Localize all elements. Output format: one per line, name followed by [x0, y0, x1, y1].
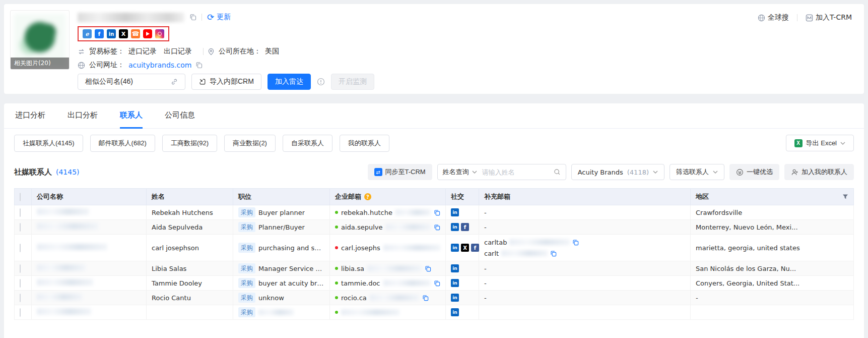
name-search-input[interactable] — [482, 168, 552, 176]
filter-funnel-icon[interactable] — [842, 194, 848, 200]
contact-name: Rebekah Hutchens — [152, 209, 213, 216]
company-name-cell — [32, 205, 147, 220]
table-body: Rebekah Hutchens采购Buyer plannerrebekah.h… — [15, 205, 854, 320]
company-name-redacted — [37, 279, 93, 286]
facebook-icon[interactable]: f — [95, 29, 104, 38]
join-tcrm-link[interactable]: 加入T-CRM — [806, 13, 852, 22]
tab-3[interactable]: 公司信息 — [165, 103, 195, 129]
row-checkbox[interactable] — [20, 244, 21, 252]
enable-monitor-label: 开启监测 — [339, 77, 367, 86]
company-name-redacted — [37, 223, 98, 230]
enable-monitor-button[interactable]: 开启监测 — [331, 74, 374, 90]
social-cell: in — [446, 261, 479, 276]
row-checkbox-cell — [15, 261, 32, 276]
company-logo[interactable]: 相关图片(20) — [10, 10, 70, 70]
position-text: purchasing and sourcing ... — [258, 244, 324, 252]
linkedin-icon[interactable]: in — [451, 244, 459, 252]
copy-email-icon[interactable] — [434, 209, 440, 216]
company-filter-select[interactable]: Acuity Brands (4118) — [571, 164, 664, 180]
sync-tcrm-button[interactable]: ⇄ 同步至T-CRM — [368, 164, 432, 180]
section-count[interactable]: (4145) — [56, 168, 80, 176]
contact-filter-chip-2[interactable]: 工商数据(92) — [162, 135, 217, 152]
contact-filter-chip-0[interactable]: 社媒联系人(4145) — [14, 135, 83, 152]
select-all-checkbox[interactable] — [20, 193, 21, 201]
row-checkbox-cell — [15, 220, 32, 235]
contact-filter-chip-1[interactable]: 邮件联系人(682) — [90, 135, 155, 152]
row-checkbox-cell — [15, 235, 32, 261]
ie-browser-icon[interactable]: e — [83, 29, 92, 38]
linkedin-icon[interactable]: in — [451, 223, 459, 231]
search-icon[interactable] — [552, 168, 566, 176]
copy-email-icon[interactable] — [425, 265, 431, 272]
row-checkbox[interactable] — [20, 208, 21, 217]
linkedin-icon[interactable]: in — [451, 308, 459, 316]
name-query-select[interactable]: 姓名查询 — [438, 167, 482, 177]
add-radar-label: 加入雷达 — [275, 77, 303, 86]
contact-filter-chip-5[interactable]: 我的联系人 — [340, 135, 389, 152]
trade-tag-1[interactable]: 出口记录 — [164, 47, 192, 55]
similar-companies-button[interactable]: 相似公司名(46) — [78, 74, 185, 90]
tab-0[interactable]: 进口分析 — [15, 103, 45, 129]
linkedin-icon[interactable]: in — [451, 294, 459, 302]
row-checkbox[interactable] — [20, 223, 21, 232]
x-twitter-icon[interactable]: X — [461, 244, 469, 252]
instagram-icon[interactable] — [155, 29, 164, 38]
copy-email-icon[interactable] — [422, 295, 429, 301]
copy-website-icon[interactable] — [195, 62, 203, 69]
contact-filter-chip-4[interactable]: 自采联系人 — [283, 135, 332, 152]
info-icon[interactable] — [317, 78, 325, 86]
facebook-icon[interactable]: f — [471, 244, 479, 252]
row-checkbox[interactable] — [20, 279, 21, 288]
related-images-label[interactable]: 相关图片(20) — [11, 58, 69, 69]
row-checkbox[interactable] — [20, 264, 21, 273]
copy-extra-email-icon[interactable] — [550, 250, 557, 257]
contact-filter-chip-3[interactable]: 商业数据(2) — [224, 135, 276, 152]
email-redacted — [383, 280, 431, 286]
add-radar-button[interactable]: 加入雷达 — [268, 74, 311, 90]
export-excel-button[interactable]: X 导出 Excel — [786, 135, 854, 151]
phone-icon[interactable]: ☎ — [131, 29, 140, 38]
row-checkbox[interactable] — [20, 294, 21, 302]
copy-extra-email-icon[interactable] — [572, 239, 579, 246]
one-click-select-button[interactable]: 一键优选 — [729, 164, 779, 180]
copy-email-icon[interactable] — [434, 224, 440, 231]
region-text: Monterrey, Nuevo León, Mexi... — [696, 223, 798, 231]
email-cell: libia.sa — [330, 261, 446, 276]
email-status-dot — [335, 226, 338, 229]
copy-company-name-icon[interactable] — [189, 14, 196, 21]
help-icon[interactable]: ? — [364, 193, 371, 200]
row-checkbox-cell — [15, 291, 32, 305]
tab-2-active[interactable]: 联系人 — [120, 103, 143, 129]
email-redacted — [341, 309, 399, 315]
linkedin-icon[interactable]: in — [451, 208, 459, 216]
tab-1[interactable]: 出口分析 — [68, 103, 98, 129]
linkedin-icon[interactable]: in — [451, 264, 459, 272]
position-tag: 采购 — [238, 293, 255, 303]
link-icon — [171, 78, 178, 85]
linkedin-icon[interactable]: in — [107, 29, 116, 38]
youtube-icon[interactable] — [143, 29, 152, 38]
chevron-down-icon — [472, 171, 477, 174]
global-search-link[interactable]: 全球搜 — [758, 13, 789, 22]
social-cell: inf — [446, 220, 479, 235]
website-link[interactable]: acuitybrands.com — [128, 61, 191, 69]
badge-icon — [736, 168, 744, 176]
refresh-button[interactable]: ⟳ 更新 — [207, 13, 231, 22]
x-twitter-icon[interactable]: X — [119, 29, 128, 38]
add-my-contacts-button[interactable]: 加入我的联系人 — [784, 164, 854, 180]
extra-email-cell: - — [479, 291, 691, 305]
linkedin-icon[interactable]: in — [451, 279, 459, 287]
trade-tag-0[interactable]: 进口记录 — [128, 47, 157, 55]
column-header-1: 姓名 — [147, 189, 233, 205]
copy-email-icon[interactable] — [434, 280, 440, 287]
import-crm-button[interactable]: 导入内部CRM — [191, 74, 261, 90]
region-cell — [691, 305, 854, 320]
contact-source-filters: 社媒联系人(4145)邮件联系人(682)工商数据(92)商业数据(2)自采联系… — [14, 135, 854, 152]
company-name-cell — [32, 291, 147, 305]
row-checkbox[interactable] — [20, 308, 21, 317]
facebook-icon[interactable]: f — [461, 223, 469, 231]
email-status-dot — [335, 211, 338, 214]
filter-contacts-select[interactable]: 筛选联系人 — [670, 164, 724, 180]
column-header-6: 地区 — [691, 189, 854, 205]
position-text: Planner/Buyer — [258, 223, 305, 231]
